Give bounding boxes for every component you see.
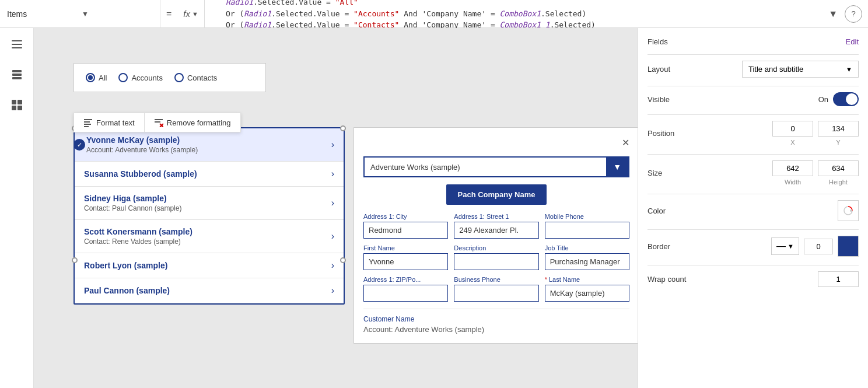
border-color-swatch[interactable]	[838, 236, 859, 257]
props-visible-row: Visible On	[648, 92, 859, 106]
formula-or1: Or (	[226, 9, 244, 18]
border-label: Border	[648, 242, 670, 251]
field-bizphone-label: Business Phone	[454, 276, 538, 283]
radio-all-circle	[86, 73, 95, 82]
props-size-row: Size Width Height	[648, 160, 859, 186]
formula-dot1: .Selected.Value =	[253, 0, 335, 6]
remove-formatting-btn[interactable]: Remove formatting	[145, 113, 240, 132]
radio-all[interactable]: All	[86, 73, 107, 82]
props-layout-row: Layout Title and subtitle ▼	[648, 61, 859, 78]
form-grid: Address 1: City Address 1: Street 1 Mobi…	[363, 213, 629, 302]
props-position-row: Position X Y	[648, 121, 859, 146]
combo-chevron-btn[interactable]: ▼	[606, 158, 628, 176]
size-h-input[interactable]	[818, 160, 859, 176]
color-swatch[interactable]	[838, 200, 859, 221]
border-style-select[interactable]: — ▼	[771, 237, 799, 255]
field-bizphone-input[interactable]	[454, 285, 538, 302]
w-sublabel: Width	[772, 179, 813, 186]
field-jobtitle: Job Title	[545, 244, 629, 270]
svg-rect-14	[155, 119, 163, 120]
dropdown-chevron-icon: ▼	[82, 10, 153, 18]
field-mobile-input[interactable]	[545, 222, 629, 239]
svg-rect-13	[84, 126, 89, 127]
help-button[interactable]: ?	[845, 5, 862, 23]
selection-handle-tr[interactable]	[340, 125, 346, 131]
field-zip-label: Address 1: ZIP/Po...	[363, 276, 448, 283]
field-street-input[interactable]	[454, 222, 538, 239]
list-item[interactable]: Susanna Stubberod (sample) ›	[75, 162, 344, 187]
field-city-input[interactable]	[363, 222, 448, 239]
field-firstname-input[interactable]	[363, 253, 448, 270]
svg-rect-1	[12, 44, 22, 45]
field-description-input[interactable]	[454, 253, 538, 270]
field-description: Description	[454, 244, 538, 270]
list-item[interactable]: Sidney Higa (sample) Contact: Paul Canno…	[75, 187, 344, 220]
wrap-count-label: Wrap count	[648, 275, 686, 284]
help-icon: ?	[851, 9, 855, 18]
items-dropdown[interactable]: Items ▼	[0, 0, 160, 27]
detail-panel: ✕ ▼ Pach Company Name Address 1: City Ad…	[354, 127, 638, 344]
list-item-chevron-icon: ›	[331, 169, 334, 179]
list-item-content: Paul Cannon (sample)	[84, 286, 170, 295]
selection-handle-ml[interactable]	[72, 257, 78, 263]
radio-accounts-label: Accounts	[131, 74, 162, 82]
list-panel: ✓ Yvonne McKay (sample) Account: Adventu…	[74, 127, 345, 305]
combo-input[interactable]	[365, 158, 606, 176]
pos-x-input[interactable]	[772, 121, 813, 137]
color-label: Color	[648, 207, 666, 215]
list-item[interactable]: Robert Lyon (sample) ›	[75, 253, 344, 278]
field-zip-input[interactable]	[363, 285, 448, 302]
layout-dropdown[interactable]: Title and subtitle ▼	[742, 61, 859, 78]
field-jobtitle-input[interactable]	[545, 253, 629, 270]
field-jobtitle-label: Job Title	[545, 244, 629, 251]
customer-name-value: Account: Adventure Works (sample)	[363, 325, 629, 334]
formula-and1: And 'Company Name' =	[399, 9, 499, 18]
patch-btn[interactable]: Pach Company Name	[446, 184, 547, 205]
size-label: Size	[648, 169, 662, 177]
border-num-input[interactable]	[804, 239, 833, 254]
detail-header: ✕	[363, 137, 629, 148]
list-item[interactable]: ✓ Yvonne McKay (sample) Account: Adventu…	[75, 128, 344, 162]
svg-rect-3	[12, 70, 22, 72]
radio-contacts-label: Contacts	[187, 74, 217, 82]
sidebar-icon-menu[interactable]	[6, 34, 27, 55]
remove-formatting-label: Remove formatting	[167, 118, 231, 127]
format-text-btn[interactable]: Format text	[74, 113, 145, 132]
sidebar-icon-layers[interactable]	[6, 64, 27, 85]
field-lastname-input[interactable]	[545, 285, 629, 302]
formula-radio2: Radio1	[244, 9, 271, 18]
radio-accounts[interactable]: Accounts	[118, 73, 162, 82]
top-bar: Items ▼ = fx ▼ Filter( Contacts, Radio1.…	[0, 0, 868, 28]
list-item-title: Sidney Higa (sample)	[84, 194, 181, 203]
fields-edit-link[interactable]: Edit	[846, 37, 859, 46]
radio-contacts[interactable]: Contacts	[174, 73, 217, 82]
field-lastname-label: Last Name	[545, 276, 629, 283]
format-toolbar: Format text Remove formatting	[74, 113, 241, 132]
sidebar-icon-dashboard[interactable]	[6, 95, 27, 116]
svg-rect-7	[18, 100, 22, 104]
h-sublabel: Height	[818, 179, 859, 186]
fx-button[interactable]: fx ▼	[177, 0, 205, 27]
formula-expand-btn[interactable]: ▼	[821, 9, 845, 19]
remove-format-icon	[154, 118, 163, 127]
svg-rect-12	[84, 124, 91, 125]
formula-or1b: .Selected.Value =	[271, 9, 354, 18]
svg-rect-6	[12, 100, 16, 104]
layout-label: Layout	[648, 65, 670, 74]
selection-handle-mr[interactable]	[340, 257, 346, 263]
visible-toggle[interactable]	[833, 92, 859, 106]
detail-close-btn[interactable]: ✕	[622, 137, 629, 148]
section-divider	[648, 154, 859, 155]
field-mobile-label: Mobile Phone	[545, 213, 629, 220]
pos-y-input[interactable]	[818, 121, 859, 137]
list-item[interactable]: Paul Cannon (sample) ›	[75, 278, 344, 303]
wrap-count-input[interactable]	[818, 271, 859, 287]
list-item[interactable]: Scott Konersmann (sample) Contact: Rene …	[75, 220, 344, 253]
field-lastname: Last Name	[545, 276, 629, 302]
border-controls: — ▼	[771, 236, 859, 257]
list-item-sub: Contact: Paul Cannon (sample)	[84, 204, 181, 212]
formula-radio1: Radio1	[226, 0, 253, 6]
size-w-input[interactable]	[772, 160, 813, 176]
radio-all-label: All	[99, 74, 107, 82]
list-item-title: Scott Konersmann (sample)	[84, 227, 192, 236]
